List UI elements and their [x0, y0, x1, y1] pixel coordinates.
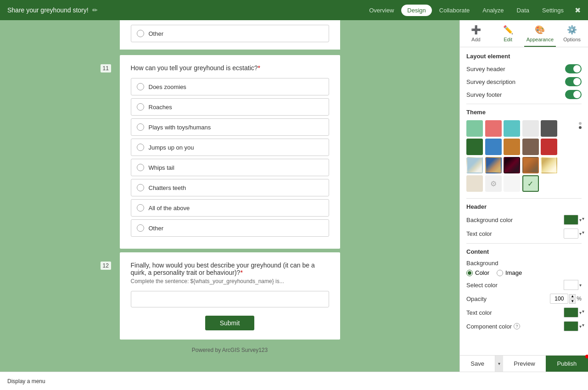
theme-swatch-coast[interactable]: [485, 157, 502, 173]
theme-swatch-darkgreen[interactable]: [466, 139, 483, 155]
tool-add[interactable]: ➕ Add: [460, 20, 492, 47]
tool-appearance[interactable]: 🎨 Appearance: [524, 20, 556, 47]
right-panel: ➕ Add ✏️ Edit 🎨 Appearance ⚙️ Options La…: [459, 20, 588, 372]
theme-swatch-desert[interactable]: [522, 157, 539, 173]
q11-radio-5: [137, 184, 144, 191]
theme-swatch-brown[interactable]: [522, 139, 539, 155]
theme-swatch-blank1[interactable]: [466, 175, 483, 192]
q11-option-5[interactable]: Chatters teeth: [131, 179, 329, 196]
bg-options: Color Image: [466, 269, 582, 276]
q11-radio-4: [137, 164, 144, 171]
nav-data[interactable]: Data: [511, 5, 535, 16]
prev-question-last-option: Other: [120, 20, 340, 50]
theme-swatch-blue[interactable]: [485, 139, 502, 155]
survey-scroll: Other 11 How can you tell your greyhound…: [0, 20, 459, 372]
q11-option-6[interactable]: All of the above: [131, 199, 329, 217]
select-color-btn[interactable]: [564, 280, 578, 290]
dot-1: [579, 122, 582, 125]
publish-button[interactable]: Publish: [546, 356, 588, 372]
select-color-arrow[interactable]: ▾: [579, 283, 582, 288]
theme-swatch-teal[interactable]: [504, 120, 520, 137]
tool-edit-label: Edit: [504, 37, 512, 42]
theme-swatch-snow[interactable]: [541, 157, 557, 173]
theme-swatch-check[interactable]: ✓: [522, 175, 539, 192]
help-icon[interactable]: ?: [514, 323, 520, 329]
theme-swatch-red[interactable]: [541, 139, 557, 155]
content-text-color-control: ▾: [564, 307, 582, 318]
survey-description-row: Survey description: [466, 77, 582, 86]
main-layout: Other 11 How can you tell your greyhound…: [0, 20, 588, 372]
header-text-color-btn[interactable]: [564, 228, 578, 239]
scroll-dots: [579, 120, 582, 129]
option-other-prev[interactable]: Other: [131, 25, 329, 42]
theme-special-row: ⚙ ✓: [466, 175, 576, 192]
header-bg-color-row: Background color ▾: [466, 215, 582, 225]
q11-option-7[interactable]: Other: [131, 219, 329, 237]
survey-header-label: Survey header: [466, 66, 505, 72]
q11-option-2[interactable]: Plays with toys/humans: [131, 118, 329, 136]
app-title-area: Share your greyhound story! ✏: [7, 6, 364, 14]
opacity-down[interactable]: ▼: [569, 299, 576, 304]
opacity-label: Opacity: [466, 295, 487, 302]
survey-header-toggle[interactable]: [565, 64, 582, 73]
header-text-dropdown-arrow[interactable]: ▾: [579, 231, 582, 236]
nav-settings[interactable]: Settings: [537, 5, 569, 16]
panel-content: Layout element Survey header Survey desc…: [460, 47, 588, 355]
radio-other-prev: [137, 30, 144, 37]
tool-options[interactable]: ⚙️ Options: [556, 20, 588, 47]
edit-panel-icon: ✏️: [503, 25, 513, 35]
theme-swatch-green[interactable]: [466, 120, 483, 137]
question-12-input[interactable]: [131, 291, 329, 307]
theme-swatch-dark[interactable]: [541, 120, 557, 137]
theme-swatch-pink[interactable]: [485, 120, 502, 137]
header-bg-color-btn[interactable]: [564, 215, 578, 225]
content-section-title: Content: [466, 248, 582, 255]
submit-button[interactable]: Submit: [205, 316, 255, 330]
survey-description-toggle[interactable]: [565, 77, 582, 86]
display-menu-button[interactable]: Display a menu: [7, 378, 45, 384]
q11-option-1[interactable]: Roaches: [131, 98, 329, 116]
opacity-input[interactable]: [550, 294, 568, 304]
survey-footer-row: Survey footer: [466, 90, 582, 99]
top-navigation: Share your greyhound story! ✏ Overview D…: [0, 0, 588, 20]
settings-icon[interactable]: ✖: [575, 6, 581, 15]
content-text-color-arrow[interactable]: ▾: [579, 310, 582, 315]
header-bg-dropdown-arrow[interactable]: ▾: [579, 217, 582, 223]
content-text-color-btn[interactable]: [564, 307, 578, 318]
bg-color-radio[interactable]: [466, 270, 473, 276]
opacity-up[interactable]: ▲: [569, 294, 576, 299]
theme-swatch-orange[interactable]: [504, 139, 520, 155]
component-color-arrow[interactable]: ▾: [579, 324, 582, 329]
bg-image-radio[interactable]: [497, 270, 503, 276]
q11-option-text-7: Other: [149, 225, 164, 232]
nav-collaborate[interactable]: Collaborate: [434, 5, 476, 16]
nav-overview[interactable]: Overview: [364, 5, 399, 16]
bg-color-option[interactable]: Color: [466, 269, 489, 276]
option-other-prev-text: Other: [149, 30, 164, 37]
bg-image-option[interactable]: Image: [497, 269, 522, 276]
q11-option-3[interactable]: Jumps up on you: [131, 139, 329, 156]
save-button[interactable]: Save: [460, 356, 495, 372]
nav-links: Overview Design Collaborate Analyze Data…: [364, 5, 581, 16]
theme-swatch-mountain[interactable]: [466, 157, 483, 173]
q11-option-0[interactable]: Does zoomies: [131, 78, 329, 95]
survey-footer-toggle[interactable]: [565, 90, 582, 99]
preview-button[interactable]: Preview: [503, 356, 545, 372]
save-dropdown-btn[interactable]: ▾: [495, 356, 503, 372]
edit-icon[interactable]: ✏: [92, 6, 98, 14]
tool-edit[interactable]: ✏️ Edit: [492, 20, 524, 47]
component-color-btn[interactable]: [564, 321, 578, 331]
theme-swatch-light[interactable]: [522, 120, 539, 137]
theme-swatch-white[interactable]: [504, 175, 520, 192]
question-12-label: Finally, how would you best describe you…: [131, 262, 329, 276]
layout-element-title: Layout element: [466, 53, 582, 60]
theme-solid-row1: [466, 120, 576, 137]
q11-option-text-6: All of the above: [149, 205, 190, 212]
select-color-control: ▾: [564, 280, 582, 290]
theme-swatch-dark-mtn[interactable]: [504, 157, 520, 173]
nav-analyze[interactable]: Analyze: [477, 5, 509, 16]
q11-option-4[interactable]: Whips tail: [131, 159, 329, 176]
nav-design[interactable]: Design: [401, 5, 431, 16]
theme-swatch-dots[interactable]: ⚙: [485, 175, 502, 192]
header-section-title: Header: [466, 203, 582, 210]
